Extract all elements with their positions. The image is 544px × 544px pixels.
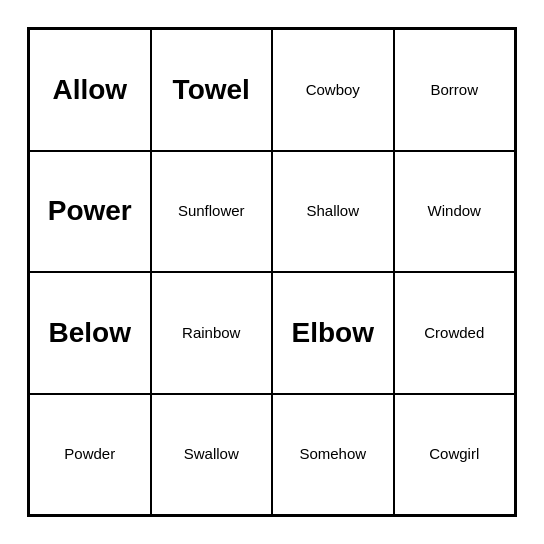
cell-text: Cowgirl [429, 445, 479, 463]
cell-text: Swallow [184, 445, 239, 463]
bingo-cell: Power [29, 151, 151, 273]
bingo-cell: Cowboy [272, 29, 394, 151]
cell-text: Rainbow [182, 324, 240, 342]
bingo-cell: Allow [29, 29, 151, 151]
cell-text: Allow [52, 73, 127, 107]
bingo-cell: Cowgirl [394, 394, 516, 516]
cell-text: Window [428, 202, 481, 220]
cell-text: Shallow [306, 202, 359, 220]
bingo-cell: Window [394, 151, 516, 273]
bingo-cell: Towel [151, 29, 273, 151]
cell-text: Sunflower [178, 202, 245, 220]
cell-text: Towel [173, 73, 250, 107]
cell-text: Elbow [292, 316, 374, 350]
bingo-cell: Somehow [272, 394, 394, 516]
cell-text: Somehow [299, 445, 366, 463]
bingo-cell: Elbow [272, 272, 394, 394]
cell-text: Below [49, 316, 131, 350]
cell-text: Powder [64, 445, 115, 463]
bingo-cell: Shallow [272, 151, 394, 273]
bingo-cell: Borrow [394, 29, 516, 151]
bingo-cell: Swallow [151, 394, 273, 516]
cell-text: Borrow [430, 81, 478, 99]
bingo-cell: Rainbow [151, 272, 273, 394]
bingo-cell: Below [29, 272, 151, 394]
bingo-cell: Sunflower [151, 151, 273, 273]
cell-text: Crowded [424, 324, 484, 342]
bingo-cell: Crowded [394, 272, 516, 394]
cell-text: Power [48, 194, 132, 228]
bingo-grid: AllowTowelCowboyBorrowPowerSunflowerShal… [27, 27, 517, 517]
bingo-cell: Powder [29, 394, 151, 516]
cell-text: Cowboy [306, 81, 360, 99]
